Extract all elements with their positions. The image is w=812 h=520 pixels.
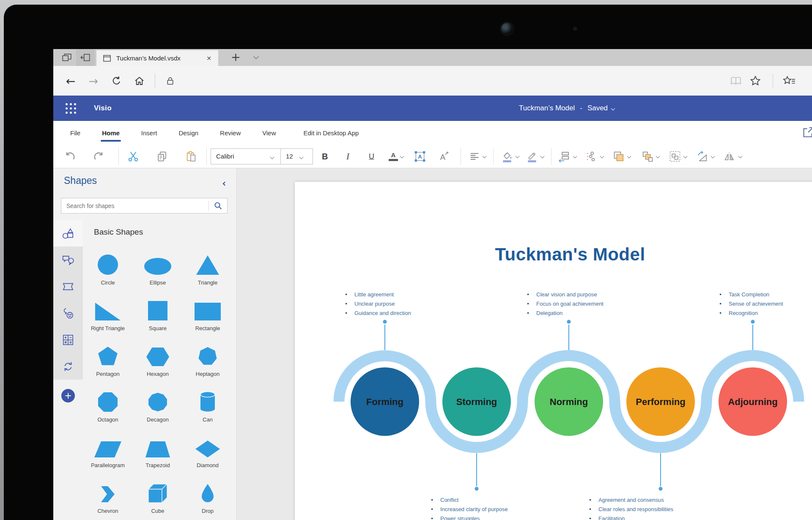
shape-diamond[interactable]: Diamond [195,424,220,470]
ribbon-tab-design[interactable]: Design [178,127,199,139]
shape-circle[interactable]: Circle [98,242,118,287]
add-favorite-star-icon[interactable] [746,72,764,90]
cube-shape-icon [148,478,167,503]
search-icon[interactable] [209,198,227,213]
align-position-icon[interactable] [558,151,576,162]
notes-norming[interactable]: •Clear vision and purpose•Focus on goal … [527,290,604,318]
math-shapes-stencil-icon[interactable] [53,326,83,353]
chevron-down-icon [299,155,303,159]
tab-preview-icon[interactable] [58,49,76,66]
chevron-down-icon [540,154,545,159]
stage-label: Storming [456,397,497,407]
shape-heptagon[interactable]: Heptagon [196,333,219,379]
shape-can[interactable]: Can [200,379,215,424]
flip-icon[interactable] [724,151,742,162]
notes-storming[interactable]: •Conflict•Increased clarity of purpose•P… [431,495,508,520]
ribbon-tab-file[interactable]: File [69,127,81,139]
fill-color-icon[interactable] [501,150,519,163]
notes-adjourning[interactable]: •Task Completion•Sense of achievement•Re… [719,290,783,318]
shape-octagon[interactable]: Octagon [97,379,118,424]
hexagon-shape-icon [146,341,169,366]
shape-drop[interactable]: Drop [201,470,214,516]
shape-decagon[interactable]: Decagon [147,379,169,424]
new-tab-button[interactable]: + [228,50,243,66]
fun-shapes-stencil-icon[interactable] [53,300,83,326]
bullet-icon: • [589,515,598,520]
note-text: Guidance and direction [354,309,411,317]
undo-icon[interactable] [64,151,77,162]
shape-label: Pentagon [96,371,120,377]
font-size-value: 12 [281,153,295,160]
banner-stencil-icon[interactable] [53,273,83,300]
font-name-dropdown[interactable]: Calibri 12 [211,148,313,164]
drawing-canvas[interactable]: Tuckman's Model FormingStormingNormingPe… [237,168,812,520]
ribbon-tab-home[interactable]: Home [101,127,121,139]
add-stencil-icon[interactable]: + [61,389,75,402]
send-backward-icon[interactable] [641,150,659,163]
basic-shapes-stencil-icon[interactable] [53,220,83,246]
shape-trapezoid[interactable]: Trapezoid [145,424,170,470]
font-color-button[interactable]: A [389,152,403,161]
shape-right-triangle[interactable]: Right Triangle [91,287,125,333]
home-icon[interactable] [130,72,148,90]
group-icon[interactable] [669,150,687,163]
search-input[interactable] [61,203,208,209]
forward-button[interactable]: → [85,72,102,90]
character-spacing-icon[interactable]: A [438,151,450,162]
sync-stencil-icon[interactable] [53,353,83,380]
shape-chevron[interactable]: Chevron [97,470,118,516]
shape-triangle[interactable]: Triangle [196,242,219,287]
document-title-group[interactable]: Tuckman’s Model - Saved [519,104,614,112]
shape-hexagon[interactable]: Hexagon [146,333,169,379]
connection-points-icon[interactable] [585,151,604,162]
stage-label: Forming [366,397,403,407]
shape-label: Ellipse [150,279,166,286]
bold-button[interactable]: B [322,151,328,161]
callouts-stencil-icon[interactable] [53,246,83,273]
paste-icon[interactable] [185,151,197,162]
bring-forward-icon[interactable] [612,150,631,163]
shape-label: Drop [202,508,214,514]
ribbon-tab-edit-in-desktop-app[interactable]: Edit in Desktop App [303,127,360,139]
open-in-new-window-icon[interactable] [801,126,812,141]
tab-close-icon[interactable]: ✕ [205,53,213,63]
italic-button[interactable]: I [346,151,349,161]
shape-ellipse[interactable]: Ellipse [144,242,171,287]
bullet-icon: • [345,290,354,299]
redo-icon[interactable] [92,151,105,162]
ribbon-tab-view[interactable]: View [261,127,277,139]
ribbon-tab-review[interactable]: Review [219,127,241,139]
notes-forming[interactable]: •Little agreement•Unclear purpose•Guidan… [345,290,411,318]
bullet-icon: • [527,309,536,318]
bullet-icon: • [345,309,354,318]
lock-icon [161,72,179,90]
back-button[interactable]: ← [62,72,80,90]
reading-view-icon[interactable] [727,72,745,90]
tab-list-chevron-icon[interactable] [254,52,258,60]
text-block-icon[interactable]: A [414,151,426,162]
set-tabs-aside-icon[interactable] [76,49,95,66]
line-color-icon[interactable] [526,150,544,163]
notes-performing[interactable]: •Agreement and consensus•Clear roles and… [589,495,673,520]
shape-cube[interactable]: Cube [148,470,167,516]
underline-button[interactable]: U [369,152,374,161]
note-line: •Clear roles and responsibilities [589,505,673,514]
app-launcher-icon[interactable] [63,101,78,115]
rotate-icon[interactable] [696,151,714,162]
note-line: •Task Completion [719,290,783,299]
shape-rectangle[interactable]: Rectangle [195,287,221,333]
connector-dot [475,487,479,491]
browser-tab[interactable]: Tuckman’s Model.vsdx ✕ [96,50,218,66]
shape-parallelogram[interactable]: Parallelogram [91,424,125,470]
collapse-panel-chevron-icon[interactable] [223,179,226,187]
shape-pentagon[interactable]: Pentagon [96,333,120,379]
copy-icon[interactable] [156,151,168,162]
shape-square[interactable]: Square [148,287,167,333]
favorites-hub-icon[interactable] [780,72,798,90]
cut-icon[interactable] [128,151,139,162]
browser-window: Tuckman’s Model.vsdx ✕ + ← → [53,49,812,520]
text-align-icon[interactable] [469,151,486,162]
ribbon-tab-insert[interactable]: Insert [140,127,158,139]
font-size-dropdown[interactable]: 12 [280,149,313,164]
refresh-icon[interactable] [107,72,125,90]
